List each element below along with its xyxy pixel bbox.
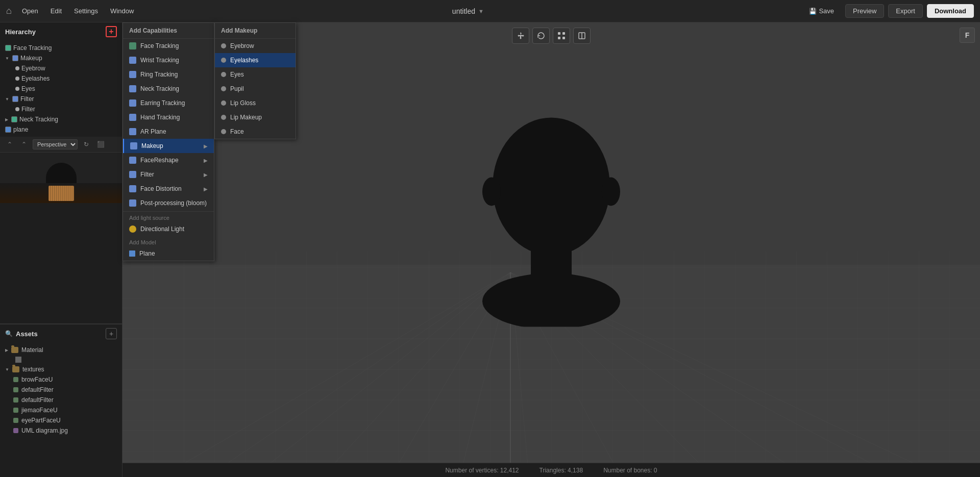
wrist-tracking-cap-icon bbox=[129, 57, 136, 64]
cap-plane[interactable]: Plane bbox=[123, 246, 214, 261]
tree-item-eyebrow[interactable]: Eyebrow bbox=[0, 63, 122, 73]
menu-open[interactable]: Open bbox=[22, 7, 38, 15]
vp-refresh-btn[interactable]: ↻ bbox=[81, 139, 92, 150]
scale-tool[interactable] bbox=[553, 28, 570, 44]
cap-earring-tracking[interactable]: Earring Tracking bbox=[123, 96, 214, 110]
tree-item-filter-child[interactable]: Filter bbox=[0, 104, 122, 114]
makeup-eyelashes-label: Eyelashes bbox=[230, 57, 258, 64]
textures-folder-icon bbox=[12, 366, 19, 372]
menu-window[interactable]: Window bbox=[110, 7, 134, 15]
save-button[interactable]: 💾 Save bbox=[802, 5, 841, 17]
tree-item-plane[interactable]: plane bbox=[0, 124, 122, 135]
cap-post-processing-label: Post-processing (bloom) bbox=[140, 199, 207, 207]
assets-section: 🔍 Assets + ▶ Material ▼ textures bbox=[0, 324, 122, 477]
cap-face-tracking[interactable]: Face Tracking bbox=[123, 39, 214, 53]
cap-ring-tracking[interactable]: Ring Tracking bbox=[123, 67, 214, 82]
export-button[interactable]: Export bbox=[888, 4, 923, 18]
makeup-lip-gloss-label: Lip Gloss bbox=[230, 99, 256, 107]
material-expand-icon: ▶ bbox=[5, 348, 8, 353]
preview-button[interactable]: Preview bbox=[845, 4, 884, 18]
status-bar: Number of vertices: 12,412 Triangles: 4,… bbox=[122, 463, 980, 477]
assets-defaultFilter2[interactable]: defaultFilter bbox=[0, 395, 122, 405]
tree-item-face-tracking[interactable]: Face Tracking bbox=[0, 43, 122, 53]
cap-hand-tracking-label: Hand Tracking bbox=[140, 114, 180, 121]
vp-collapse-btn2[interactable]: ⌃ bbox=[18, 139, 30, 150]
hierarchy-section: Hierarchy + Face Tracking ▼ Makeup bbox=[0, 22, 122, 324]
tree-item-makeup[interactable]: ▼ Makeup bbox=[0, 53, 122, 63]
vp-collapse-btn[interactable]: ⌃ bbox=[4, 139, 15, 150]
assets-eyePartFaceU[interactable]: eyePartFaceU bbox=[0, 415, 122, 425]
makeup-eyes-label: Eyes bbox=[230, 71, 244, 78]
makeup-eyes-icon bbox=[221, 72, 226, 77]
facereshape-arrow-icon: ▶ bbox=[204, 158, 208, 163]
cap-filter[interactable]: Filter ▶ bbox=[123, 167, 214, 182]
makeup-eyelashes-icon bbox=[221, 58, 226, 63]
browFaceU-label: browFaceU bbox=[21, 376, 53, 383]
cap-ring-tracking-label: Ring Tracking bbox=[140, 71, 178, 78]
makeup-eyes[interactable]: Eyes bbox=[215, 67, 296, 82]
cap-post-processing[interactable]: Post-processing (bloom) bbox=[123, 196, 214, 210]
title-caret[interactable]: ▼ bbox=[478, 8, 484, 14]
svg-point-25 bbox=[602, 178, 620, 206]
transform-tool[interactable] bbox=[573, 28, 591, 44]
assets-jiemaoFaceU[interactable]: jiemaoFaceU bbox=[0, 405, 122, 415]
cap-face-distortion[interactable]: Face Distortion ▶ bbox=[123, 182, 214, 196]
menu-edit[interactable]: Edit bbox=[51, 7, 62, 15]
makeup-lip-makeup-label: Lip Makeup bbox=[230, 114, 262, 121]
vertices-count: Number of vertices: 12,412 bbox=[445, 467, 519, 474]
download-button[interactable]: Download bbox=[927, 4, 974, 18]
tree-item-eyelashes[interactable]: Eyelashes bbox=[0, 73, 122, 84]
tree-item-eyes[interactable]: Eyes bbox=[0, 84, 122, 94]
rotate-tool[interactable] bbox=[532, 28, 550, 44]
f-camera-label: F bbox=[960, 28, 975, 43]
cap-makeup[interactable]: Makeup ▶ bbox=[123, 139, 214, 153]
menu-settings[interactable]: Settings bbox=[74, 7, 98, 15]
makeup-lip-gloss[interactable]: Lip Gloss bbox=[215, 96, 296, 110]
browFaceU-icon bbox=[13, 377, 18, 382]
cap-hand-tracking[interactable]: Hand Tracking bbox=[123, 110, 214, 124]
textures-expand-icon: ▼ bbox=[5, 367, 9, 372]
neck-expand-icon: ▶ bbox=[5, 117, 8, 122]
home-icon[interactable]: ⌂ bbox=[6, 6, 12, 16]
makeup-pupil[interactable]: Pupil bbox=[215, 82, 296, 96]
vp-mode-select[interactable]: Perspective bbox=[33, 139, 78, 149]
add-asset-button[interactable]: + bbox=[106, 328, 117, 339]
assets-material[interactable]: ▶ Material bbox=[0, 345, 122, 355]
title-area: untitled ▼ bbox=[144, 7, 792, 15]
top-right-buttons: 💾 Save Preview Export Download bbox=[802, 4, 974, 18]
hierarchy-header: Hierarchy + bbox=[0, 22, 122, 41]
add-capability-button[interactable]: + bbox=[106, 26, 117, 37]
cap-neck-tracking[interactable]: Neck Tracking bbox=[123, 82, 214, 96]
makeup-face-icon bbox=[221, 129, 226, 134]
defaultFilter2-label: defaultFilter bbox=[21, 396, 54, 404]
directional-light-icon bbox=[129, 225, 136, 233]
assets-uml-diagram[interactable]: UML diagram.jpg bbox=[0, 425, 122, 436]
makeup-face[interactable]: Face bbox=[215, 124, 296, 139]
makeup-eyelashes[interactable]: Eyelashes bbox=[215, 53, 296, 67]
cap-facereshape[interactable]: FaceReshape ▶ bbox=[123, 153, 214, 167]
cap-wrist-tracking[interactable]: Wrist Tracking bbox=[123, 53, 214, 67]
assets-defaultFilter1[interactable]: defaultFilter bbox=[0, 385, 122, 395]
cap-directional-light-label: Directional Light bbox=[140, 225, 184, 233]
face-tracking-cap-icon bbox=[129, 42, 136, 49]
cap-ar-plane[interactable]: AR Plane bbox=[123, 124, 214, 139]
neck-tracking-label: Neck Tracking bbox=[19, 116, 58, 123]
tree-item-neck-tracking[interactable]: ▶ Neck Tracking bbox=[0, 114, 122, 124]
filter-arrow-icon: ▶ bbox=[204, 172, 208, 178]
cap-directional-light[interactable]: Directional Light bbox=[123, 222, 214, 236]
assets-material-dot[interactable] bbox=[0, 355, 122, 364]
menu-bar: Open Edit Settings Window bbox=[22, 7, 134, 15]
assets-textures[interactable]: ▼ textures bbox=[0, 364, 122, 374]
tree-item-filter-group[interactable]: ▼ Filter bbox=[0, 94, 122, 104]
material-folder-icon bbox=[11, 347, 18, 353]
makeup-icon bbox=[12, 55, 18, 61]
makeup-eyebrow[interactable]: Eyebrow bbox=[215, 39, 296, 53]
assets-browFaceU[interactable]: browFaceU bbox=[0, 374, 122, 385]
cap-neck-tracking-label: Neck Tracking bbox=[140, 85, 179, 92]
makeup-lip-makeup[interactable]: Lip Makeup bbox=[215, 110, 296, 124]
face-distortion-cap-icon bbox=[129, 185, 136, 192]
vp-settings-btn[interactable]: ⬛ bbox=[95, 139, 106, 150]
material-label: Material bbox=[21, 346, 43, 354]
cap-face-tracking-label: Face Tracking bbox=[140, 42, 179, 49]
move-tool[interactable] bbox=[512, 28, 529, 44]
